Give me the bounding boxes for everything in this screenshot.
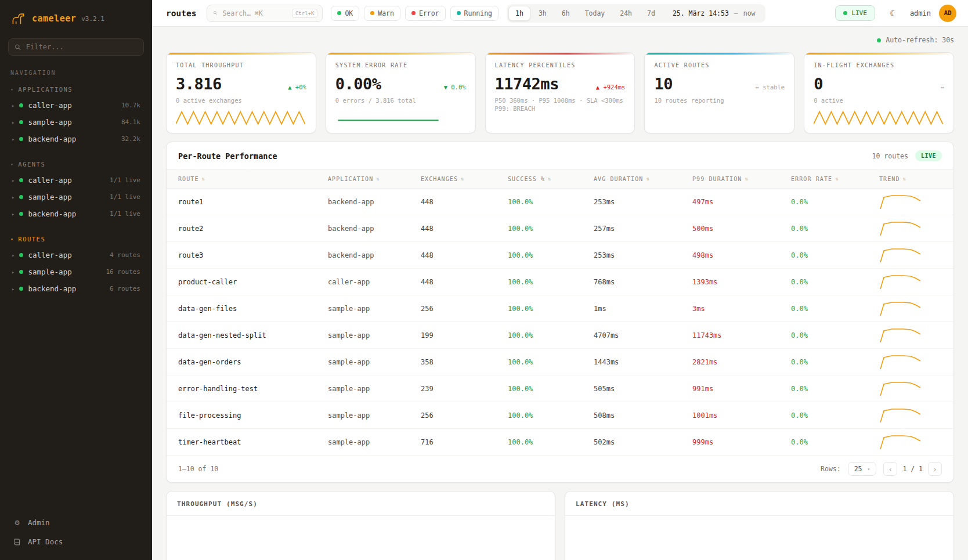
range-button-7d[interactable]: 7d [640,6,662,21]
col-header-p99-duration[interactable]: P99 DURATION⇅ [692,176,791,182]
col-header-avg-duration[interactable]: AVG DURATION⇅ [594,176,692,182]
table-row[interactable]: route2 backend-app 448 100.0% 257ms 500m… [167,215,953,242]
kpi-active-routes: ACTIVE ROUTES 10 ⇔ stable 10 routes repo… [644,52,794,133]
avatar[interactable]: AD [939,5,956,22]
chip-label: OK [345,9,353,17]
status-dot [19,253,23,257]
search-input[interactable] [222,9,287,17]
date-range-display[interactable]: 25. März 14:53 — now [663,9,764,17]
ok-status-dot [337,11,341,15]
throughput-chart-panel: THROUGHPUT (MSG/S) [166,491,555,560]
nav-section-label: NAVIGATION [8,70,144,84]
p99-duration-value: 11743ms [692,331,791,339]
sidebar-item-backend-app-agent[interactable]: ▸ backend-app 1/1 live [8,205,144,222]
sidebar-item-caller-app[interactable]: ▸ caller-app 10.7k [8,97,144,114]
rows-per-page-select[interactable]: 25 ▾ [848,462,877,476]
gear-icon: ⚙ [13,518,21,527]
avg-duration-value: 257ms [594,225,692,233]
success-value: 100.0% [508,278,594,286]
application-name: backend-app [328,225,421,233]
col-header-label: APPLICATION [328,176,373,182]
kpi-cards: TOTAL THROUGHPUT 3.816 ▲ +0% 0 active ex… [166,52,954,133]
p99-duration-value: 498ms [692,251,791,259]
sidebar-item-caller-app-agent[interactable]: ▸ caller-app 1/1 live [8,172,144,189]
sidebar-item-caller-app-routes[interactable]: ▸ caller-app 4 routes [8,247,144,263]
book-icon [13,538,21,546]
sidebar-item-sample-app-routes[interactable]: ▸ sample-app 16 routes [8,263,144,280]
chevron-left-icon: ‹ [888,465,893,474]
col-header-exchanges[interactable]: EXCHANGES⇅ [421,176,508,182]
col-header-error-rate[interactable]: ERROR RATE⇅ [791,176,879,182]
p99-duration-value: 1001ms [692,411,791,420]
sort-icon: ⇅ [646,176,650,182]
sidebar-item-label: backend-app [28,135,76,143]
sidebar-item-backend-app-routes[interactable]: ▸ backend-app 6 routes [8,280,144,297]
success-value: 100.0% [508,305,594,313]
dark-mode-toggle[interactable]: ☾ [883,4,902,23]
table-row[interactable]: data-gen-orders sample-app 358 100.0% 14… [167,349,953,375]
prev-page-button[interactable]: ‹ [883,462,897,476]
filter-input[interactable] [26,43,138,51]
table-row[interactable]: route1 backend-app 448 100.0% 253ms 497m… [167,189,953,215]
sidebar-item-badge: 1/1 live [110,176,140,184]
exchanges-value: 448 [421,225,508,233]
next-page-button[interactable]: › [928,462,942,476]
sort-icon: ⇅ [548,176,552,182]
col-header-success[interactable]: SUCCESS %⇅ [508,176,594,182]
application-name: sample-app [328,305,421,313]
table-row[interactable]: timer-heartbeat sample-app 716 100.0% 50… [167,429,953,456]
avg-duration-value: 502ms [594,438,692,446]
sidebar-item-admin[interactable]: ⚙ Admin [8,513,144,532]
range-button-6h[interactable]: 6h [555,6,577,21]
route-name: product-caller [178,278,328,286]
error-rate-value: 0.0% [791,331,879,339]
page-title: routes [166,9,196,18]
chevron-right-icon: ▸ [12,211,15,217]
table-row[interactable]: data-gen-nested-split sample-app 199 100… [167,322,953,349]
success-value: 100.0% [508,411,594,420]
table-row[interactable]: file-processing sample-app 256 100.0% 50… [167,402,953,429]
table-row[interactable]: product-caller caller-app 448 100.0% 768… [167,269,953,295]
sidebar-item-label: caller-app [28,101,71,110]
per-route-performance-panel: Per-Route Performance 10 routes LIVE ROU… [166,142,954,483]
sidebar-item-backend-app[interactable]: ▸ backend-app 32.2k [8,131,144,147]
col-header-application[interactable]: APPLICATION⇅ [328,176,421,182]
filter-chip-ok[interactable]: OK [331,6,359,21]
range-button-24h[interactable]: 24h [613,6,639,21]
shortcut-badge: Ctrl+K [292,9,318,18]
table-row[interactable]: data-gen-files sample-app 256 100.0% 1ms… [167,295,953,322]
sidebar-item-badge: 1/1 live [110,210,140,218]
section-header-agents[interactable]: ▾ AGENTS [8,159,144,172]
chevron-right-icon: › [933,465,937,474]
filter-chip-running[interactable]: Running [450,6,499,21]
application-name: backend-app [328,198,421,206]
col-header-trend[interactable]: TREND⇅ [879,176,942,182]
live-toggle[interactable]: LIVE [835,5,875,21]
moon-icon: ☾ [890,8,895,19]
kpi-subtext: 0 active exchanges [176,97,306,104]
kpi-inflight-exchanges: IN-FLIGHT EXCHANGES 0 ⇔ 0 active [804,52,954,133]
date-to: now [743,9,756,17]
col-header-route[interactable]: ROUTE⇅ [178,176,328,182]
kpi-delta: ▲ +0% [288,84,306,91]
table-row[interactable]: route3 backend-app 448 100.0% 253ms 498m… [167,242,953,269]
rows-per-page-value: 25 [854,465,862,473]
section-header-applications[interactable]: ▾ APPLICATIONS [8,84,144,97]
sidebar-item-sample-app[interactable]: ▸ sample-app 84.1k [8,114,144,131]
range-button-today[interactable]: Today [578,6,612,21]
sidebar-item-sample-app-agent[interactable]: ▸ sample-app 1/1 live [8,189,144,205]
range-button-1h[interactable]: 1h [508,6,530,21]
route-name: data-gen-nested-split [178,331,328,339]
table-row[interactable]: error-handling-test sample-app 239 100.0… [167,375,953,402]
sidebar-item-api-docs[interactable]: API Docs [8,533,144,551]
section-header-routes[interactable]: ▾ ROUTES [8,234,144,247]
range-button-3h[interactable]: 3h [532,6,554,21]
filter-chip-error[interactable]: Error [405,6,446,21]
filter-chip-warn[interactable]: Warn [364,6,400,21]
error-rate-value: 0.0% [791,251,879,259]
sidebar-footer-label: Admin [28,518,50,527]
sidebar-item-label: caller-app [28,176,71,185]
application-name: sample-app [328,358,421,366]
app-root: cameleer v3.2.1 NAVIGATION ▾ APPLICATION… [0,0,968,560]
application-name: sample-app [328,438,421,446]
